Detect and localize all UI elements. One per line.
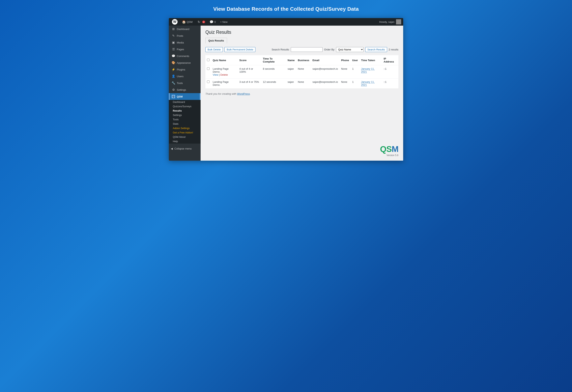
- qsm-sub-quizzes[interactable]: Quizzes/Surveys: [169, 104, 201, 109]
- wordpress-link[interactable]: WordPress: [237, 92, 250, 95]
- page-title: Quiz Results: [205, 30, 398, 35]
- qsm-brand: QSM Version 5.6: [380, 144, 398, 157]
- sidebar-item-label: Tools: [177, 82, 183, 85]
- row-quiz-name: Landing Page Demo.: [211, 78, 238, 89]
- qsm-sub-label: Quizzes/Surveys: [173, 105, 191, 108]
- qsm-sub-label: Results: [173, 110, 182, 112]
- sidebar-item-appearance[interactable]: 🎨 Appearance: [169, 59, 201, 66]
- qsm-sub-dashboard[interactable]: Dashboard: [169, 100, 201, 104]
- row-business: None: [296, 65, 311, 78]
- order-by-select[interactable]: Quiz Name Score Time To Complete Name Em…: [336, 47, 364, 52]
- sidebar-item-comments[interactable]: 💬 Comments: [169, 53, 201, 59]
- row-phone: None: [339, 78, 350, 89]
- comments-item[interactable]: 💬 0: [208, 18, 217, 26]
- qsm-sub-label: Addon Settings: [173, 127, 190, 130]
- qsm-parent-item[interactable]: Q QSM: [169, 93, 201, 100]
- results-table: Quiz Name Score Time To Complete Name Bu…: [205, 55, 398, 88]
- row-phone: None: [339, 65, 350, 78]
- sidebar-item-posts[interactable]: ✎ Posts: [169, 32, 201, 39]
- sidebar-item-label: Dashboard: [177, 28, 190, 31]
- bulk-delete-button[interactable]: Bulk Delete: [205, 47, 223, 52]
- qsm-logo-s: S: [386, 144, 392, 154]
- footer-text: Thank you for creating with: [205, 92, 236, 95]
- row-quiz-name: Landing Page Demo.View | Delete: [211, 65, 238, 78]
- wp-logo-item[interactable]: W: [171, 18, 179, 26]
- row-ip-address: ::1: [382, 65, 398, 78]
- qsm-sub-label: Get a Free Addon!: [173, 131, 193, 134]
- sidebar-item-media[interactable]: ▣ Media: [169, 39, 201, 46]
- table-row: Landing Page Demo.3 out of 4 or 75%12 se…: [205, 78, 398, 89]
- qsm-sub-free-addon[interactable]: Get a Free Addon!: [169, 130, 201, 135]
- select-all-checkbox[interactable]: [207, 59, 209, 61]
- tab-quiz-results[interactable]: Quiz Results: [205, 38, 227, 44]
- results-count: 2 results: [389, 48, 398, 51]
- wp-body: ⊞ Dashboard ✎ Posts ▣ Media ☰ Pages 💬 Co…: [169, 26, 403, 161]
- site-name: QSM: [187, 20, 193, 23]
- collapse-menu-item[interactable]: ◀ Collapse menu: [169, 146, 201, 152]
- sidebar-item-dashboard[interactable]: ⊞ Dashboard: [169, 26, 201, 32]
- qsm-sub-stats[interactable]: Stats: [169, 122, 201, 126]
- sidebar-item-pages[interactable]: ☰ Pages: [169, 46, 201, 53]
- admin-bar-right: Howdy, sajan: [379, 19, 401, 24]
- sidebar-item-plugins[interactable]: ⚡ Plugins: [169, 66, 201, 73]
- qsm-sub-label: Help: [173, 140, 178, 143]
- row-checkbox[interactable]: [207, 80, 209, 83]
- qsm-icon: Q: [172, 95, 175, 98]
- search-results-button[interactable]: Search Results: [365, 47, 387, 52]
- qsm-sub-settings[interactable]: Settings: [169, 113, 201, 117]
- quiz-view-link[interactable]: View: [213, 73, 218, 76]
- col-time-to-complete: Time To Complete: [261, 55, 286, 65]
- table-header-row: Quiz Name Score Time To Complete Name Bu…: [205, 55, 398, 65]
- date-link[interactable]: January 11, 2021: [361, 67, 375, 74]
- pages-icon: ☰: [172, 47, 175, 51]
- date-link[interactable]: January 11, 2021: [361, 80, 375, 87]
- col-business: Business: [296, 55, 311, 65]
- sidebar-item-label: Plugins: [177, 68, 185, 71]
- quiz-delete-link[interactable]: Delete: [221, 73, 228, 76]
- qsm-sub-tools[interactable]: Tools: [169, 117, 201, 122]
- admin-bar: W 🏠 QSM ↻ 2 💬 0 + New Howdy, sajan: [169, 18, 403, 26]
- howdy-text: Howdy, sajan: [379, 20, 395, 23]
- sidebar-item-settings[interactable]: ⚙ Settings: [169, 86, 201, 93]
- sidebar-item-label: Settings: [177, 88, 186, 91]
- updates-icon: ↻: [197, 20, 201, 24]
- qsm-sub-label: Settings: [173, 114, 182, 117]
- col-email: Email: [311, 55, 339, 65]
- table-body: Landing Page Demo.View | Delete4 out of …: [205, 65, 398, 89]
- row-email: sajan@expresstech.io: [311, 78, 339, 89]
- admin-bar-left: W 🏠 QSM ↻ 2 💬 0 + New: [171, 18, 377, 26]
- qsm-sub-about[interactable]: QSM About: [169, 135, 201, 139]
- sidebar-item-users[interactable]: 👤 Users: [169, 73, 201, 80]
- qsm-sub-addon-settings[interactable]: Addon Settings: [169, 126, 201, 130]
- col-ip-address: IP Address: [382, 55, 398, 65]
- site-name-item[interactable]: 🏠 QSM: [181, 18, 194, 26]
- updates-item[interactable]: ↻ 2: [196, 18, 207, 26]
- qsm-logo: QSM: [380, 144, 398, 154]
- row-checkbox[interactable]: [207, 67, 209, 70]
- row-ip-address: ::1: [382, 78, 398, 89]
- row-score: 4 out of 4 or 100%: [238, 65, 261, 78]
- qsm-section: Q QSM Dashboard Quizzes/Surveys Results …: [169, 93, 201, 143]
- qsm-sub-results[interactable]: Results: [169, 109, 201, 113]
- sidebar-item-label: Users: [177, 75, 184, 78]
- tab-label: Quiz Results: [208, 39, 224, 42]
- qsm-parent-label: QSM: [177, 95, 183, 98]
- page-headline: View Database Records of the Collected Q…: [213, 6, 359, 12]
- row-business: None: [296, 78, 311, 89]
- qsm-sub-label: Dashboard: [173, 101, 185, 103]
- new-content-item[interactable]: + New: [219, 18, 229, 26]
- appearance-icon: 🎨: [172, 61, 175, 64]
- toolbar: Bulk Delete Bulk Permanent Delete Search…: [205, 47, 398, 52]
- search-input[interactable]: [291, 47, 322, 52]
- sidebar-item-tools[interactable]: 🔧 Tools: [169, 80, 201, 86]
- comments-icon: 💬: [209, 20, 213, 24]
- qsm-sub-help[interactable]: Help: [169, 139, 201, 143]
- col-phone: Phone: [339, 55, 350, 65]
- row-checkbox-cell: [205, 65, 211, 78]
- search-label: Search Results: [272, 48, 289, 51]
- media-icon: ▣: [172, 41, 175, 44]
- row-user: 1: [350, 65, 360, 78]
- dashboard-icon: ⊞: [172, 27, 175, 31]
- row-score: 3 out of 4 or 75%: [238, 78, 261, 89]
- bulk-permanent-delete-button[interactable]: Bulk Permanent Delete: [224, 47, 255, 52]
